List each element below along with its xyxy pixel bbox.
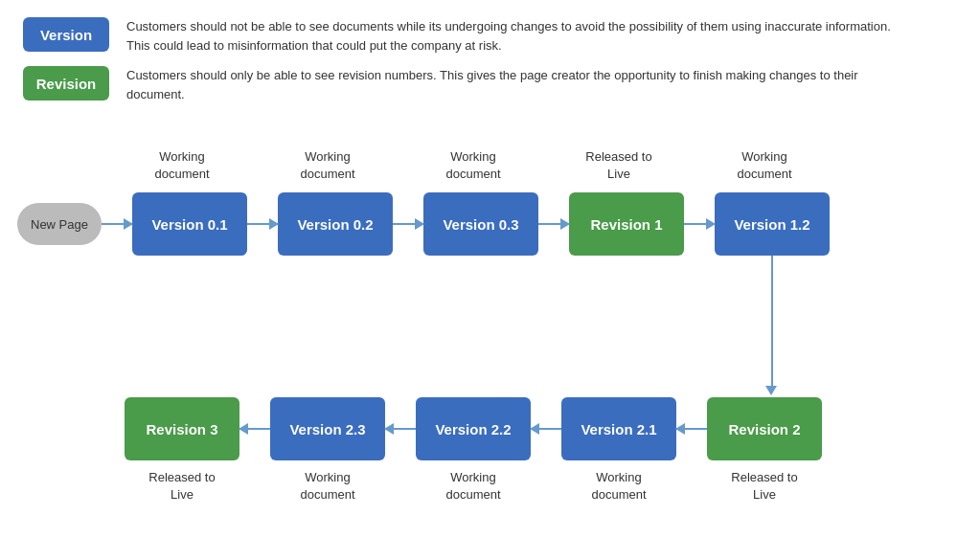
- box-v23: Version 2.3: [270, 397, 385, 460]
- legend: Version Customers should not be able to …: [0, 0, 957, 103]
- box-v02: Version 0.2: [278, 192, 393, 256]
- box-v12: Version 1.2: [715, 192, 830, 256]
- box-r1: Revision 1: [569, 192, 684, 256]
- flow-row-2: Revision 3 Version 2.3 Version 2.2 Versi…: [125, 397, 822, 460]
- arrow-new-to-v01: [102, 223, 132, 225]
- revision-badge: Revision: [23, 66, 109, 101]
- arrow-v03-r1: [538, 223, 569, 225]
- revision-description: Customers should only be able to see rev…: [126, 66, 912, 103]
- version-description: Customers should not be able to see docu…: [126, 17, 912, 55]
- vertical-arrow-line: [771, 256, 773, 392]
- new-page-node: New Page: [17, 203, 102, 245]
- diagram: Workingdocument Workingdocument Workingd…: [0, 148, 957, 560]
- box-v21: Version 2.1: [561, 397, 676, 460]
- label-r2-4: Workingdocument: [561, 469, 676, 504]
- arrow-v21-r2: [676, 428, 707, 430]
- label-r2-3: Workingdocument: [416, 469, 531, 504]
- label-r1-2: Workingdocument: [270, 148, 385, 183]
- label-r1-1: Workingdocument: [125, 148, 239, 183]
- arrow-v01-v02: [247, 223, 278, 225]
- label-r1-4: Released toLive: [561, 148, 676, 183]
- box-v01: Version 0.1: [132, 192, 247, 256]
- box-v03: Version 0.3: [423, 192, 538, 256]
- flow-row-1: New Page Version 0.1 Version 0.2 Version…: [17, 192, 830, 256]
- label-r1-5: Workingdocument: [707, 148, 822, 183]
- arrow-v22-v21: [531, 428, 561, 430]
- legend-revision-row: Revision Customers should only be able t…: [23, 66, 934, 103]
- label-r2-1: Released toLive: [125, 469, 239, 504]
- vertical-arrow-head: [765, 386, 777, 395]
- label-r1-3: Workingdocument: [416, 148, 531, 183]
- box-r2: Revision 2: [707, 397, 822, 460]
- arrow-v02-v03: [393, 223, 423, 225]
- box-r3: Revision 3: [125, 397, 239, 460]
- arrow-v23-v22: [385, 428, 416, 430]
- version-badge: Version: [23, 17, 109, 52]
- label-r2-2: Workingdocument: [270, 469, 385, 504]
- arrow-r1-v12: [684, 223, 715, 225]
- box-v22: Version 2.2: [416, 397, 531, 460]
- legend-version-row: Version Customers should not be able to …: [23, 17, 934, 55]
- label-r2-5: Released toLive: [707, 469, 822, 504]
- arrow-r3-v23: [239, 428, 270, 430]
